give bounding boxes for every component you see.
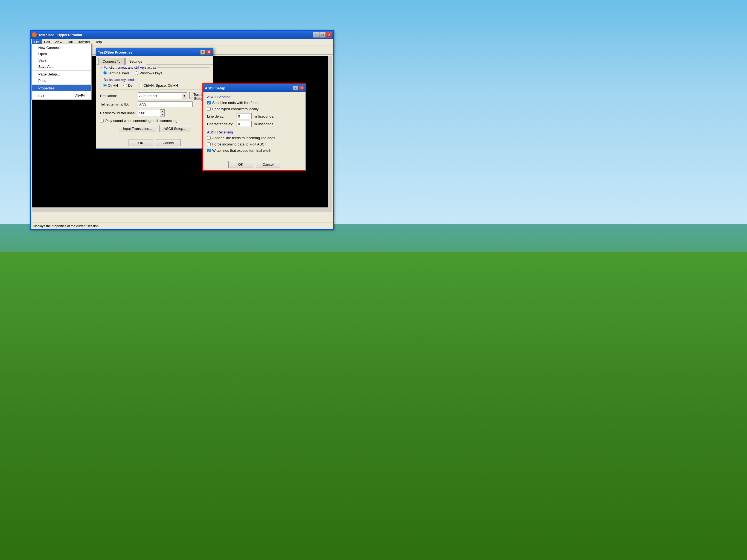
send-line-ends-label: Send line ends with line feeds: [212, 101, 259, 105]
spinner-down[interactable]: ▼: [160, 113, 164, 116]
emulation-dropdown-arrow[interactable]: ▼: [182, 92, 187, 99]
menu-print[interactable]: Print...: [32, 77, 92, 84]
backspace-group: Backspace key sends Ctrl+H Del Ctrl+H, S…: [100, 80, 209, 89]
emulation-select-box: ▼: [138, 92, 187, 99]
ascii-setup-dialog: ASCII Setup ? ✕ ASCII Sending Send line …: [202, 83, 306, 171]
menu-sep-1: [32, 70, 92, 71]
ascii-cancel-button[interactable]: Cancel: [256, 161, 280, 168]
spinner-up[interactable]: ▲: [160, 110, 164, 113]
radio-ctrl-h-space-input[interactable]: [139, 84, 143, 87]
backscroll-row: Backscroll buffer lines: ▲ ▼: [100, 109, 209, 116]
emulation-select[interactable]: [138, 92, 182, 99]
properties-btn-row: OK Cancel: [96, 137, 213, 149]
radio-ctrl-h-input[interactable]: [103, 84, 107, 87]
backscroll-spinner: ▲ ▼: [138, 109, 165, 116]
ascii-sending-label: ASCII Sending: [207, 95, 302, 99]
spinner-arrows: ▲ ▼: [160, 109, 165, 116]
radio-terminal-keys[interactable]: Terminal keys: [103, 71, 129, 75]
function-keys-radio-row: Terminal keys Windows keys: [103, 71, 206, 75]
char-delay-unit: milliseconds.: [254, 122, 274, 126]
action-buttons-row: Input Translation... ASCII Setup...: [100, 125, 209, 132]
menu-help[interactable]: Help: [93, 39, 104, 45]
input-translation-button[interactable]: Input Translation...: [119, 125, 156, 132]
radio-windows-keys-input[interactable]: [135, 71, 138, 75]
line-delay-row: Line delay: milliseconds.: [207, 113, 302, 119]
properties-close-button[interactable]: ✕: [206, 50, 211, 55]
ascii-dialog-title: ASCII Setup: [205, 86, 292, 90]
title-bar-buttons: − □ ✕: [313, 32, 332, 37]
send-line-ends-row: Send line ends with line feeds: [207, 101, 302, 105]
radio-ctrl-h-label: Ctrl+H: [108, 83, 118, 87]
ascii-receiving-label: ASCII Receiving: [207, 130, 302, 134]
menu-open[interactable]: Open...: [32, 51, 92, 57]
horizontal-scrollbar[interactable]: [32, 207, 328, 212]
radio-terminal-keys-input[interactable]: [103, 71, 107, 75]
properties-dialog: TestXBee Properties ? ✕ Connect To Setti…: [96, 48, 213, 149]
tab-connect-to[interactable]: Connect To: [99, 58, 125, 65]
line-delay-label: Line delay:: [207, 114, 234, 118]
ascii-btn-row: OK Cancel: [203, 159, 306, 170]
radio-ctrl-h-space-label: Ctrl+H, Space, Ctrl+H: [144, 83, 178, 87]
wrap-lines-label: Wrap lines that exceed terminal width: [212, 149, 271, 153]
tab-settings[interactable]: Settings: [125, 58, 146, 65]
properties-cancel-button[interactable]: Cancel: [156, 139, 181, 146]
status-bar: Displays the properties of the current s…: [31, 222, 333, 229]
menu-exit-shortcut: Alt+F4: [75, 94, 85, 98]
menu-sep-2: [32, 84, 92, 84]
backscroll-input[interactable]: [138, 110, 160, 116]
function-keys-group: Function, arrow, and ctrl keys act as Te…: [100, 68, 209, 77]
ascii-ok-button[interactable]: OK: [228, 161, 253, 168]
emulation-label: Emulation:: [100, 94, 136, 98]
properties-dialog-title-bar: TestXBee Properties ? ✕: [96, 48, 213, 56]
append-line-feeds-row: Append line feeds to incoming line ends: [207, 136, 302, 140]
ascii-dialog-title-bar: ASCII Setup ? ✕: [203, 84, 306, 92]
radio-ctrl-h-space[interactable]: Ctrl+H, Space, Ctrl+H: [139, 83, 178, 87]
menu-save-as[interactable]: Save As...: [32, 63, 92, 70]
play-sound-label: Play sound when connecting or disconnect…: [105, 119, 178, 123]
wrap-lines-checkbox[interactable]: [207, 149, 211, 152]
ascii-close-button[interactable]: ✕: [299, 86, 304, 90]
radio-windows-keys-label: Windows keys: [139, 71, 162, 75]
menu-exit[interactable]: Exit Alt+F4: [32, 93, 92, 99]
send-line-ends-checkbox[interactable]: [207, 101, 211, 104]
echo-typed-checkbox[interactable]: [207, 107, 211, 111]
main-title-bar: TestXBee - HyperTerminal − □ ✕: [31, 31, 333, 39]
restore-button[interactable]: □: [319, 32, 326, 37]
echo-typed-row: Echo typed characters locally: [207, 107, 302, 111]
menu-save[interactable]: Save: [32, 57, 92, 63]
char-delay-input[interactable]: [237, 121, 252, 127]
minimize-button[interactable]: −: [313, 32, 319, 37]
function-keys-label: Function, arrow, and ctrl keys act as: [103, 65, 157, 70]
backspace-label: Backspace key sends: [103, 78, 136, 82]
properties-dialog-title: TestXBee Properties: [98, 50, 199, 54]
play-sound-checkbox[interactable]: [100, 119, 104, 123]
char-delay-row: Character delay: milliseconds.: [207, 121, 302, 127]
menu-exit-label: Exit: [38, 94, 44, 98]
char-delay-label: Character delay:: [207, 122, 234, 126]
force-7bit-checkbox[interactable]: [207, 142, 211, 146]
menu-new-connection[interactable]: New Connection: [32, 45, 92, 51]
backspace-radio-row: Ctrl+H Del Ctrl+H, Space, Ctrl+H: [103, 83, 206, 87]
ascii-help-button[interactable]: ?: [293, 86, 298, 90]
backscroll-label: Backscroll buffer lines:: [100, 111, 136, 115]
radio-del[interactable]: Del: [123, 83, 133, 87]
radio-terminal-keys-label: Terminal keys: [108, 71, 129, 75]
radio-del-input[interactable]: [123, 84, 127, 87]
ascii-setup-button[interactable]: ASCII Setup...: [159, 125, 190, 132]
menu-page-setup[interactable]: Page Setup...: [32, 71, 92, 77]
menu-sep-3: [32, 92, 92, 92]
properties-ok-button[interactable]: OK: [129, 139, 153, 146]
radio-windows-keys[interactable]: Windows keys: [135, 71, 162, 75]
desktop-grass: [0, 252, 747, 560]
echo-typed-label: Echo typed characters locally: [212, 107, 258, 111]
properties-help-button[interactable]: ?: [200, 50, 205, 55]
radio-ctrl-h[interactable]: Ctrl+H: [103, 83, 118, 87]
telnet-id-input[interactable]: [138, 102, 192, 107]
append-line-feeds-checkbox[interactable]: [207, 136, 211, 140]
line-delay-input[interactable]: [237, 113, 252, 119]
menu-properties[interactable]: Properties: [32, 85, 92, 91]
vertical-scrollbar[interactable]: [328, 56, 332, 212]
telnet-id-row: Telnet terminal ID:: [100, 102, 209, 107]
radio-del-label: Del: [128, 83, 133, 87]
close-button[interactable]: ✕: [326, 32, 332, 37]
